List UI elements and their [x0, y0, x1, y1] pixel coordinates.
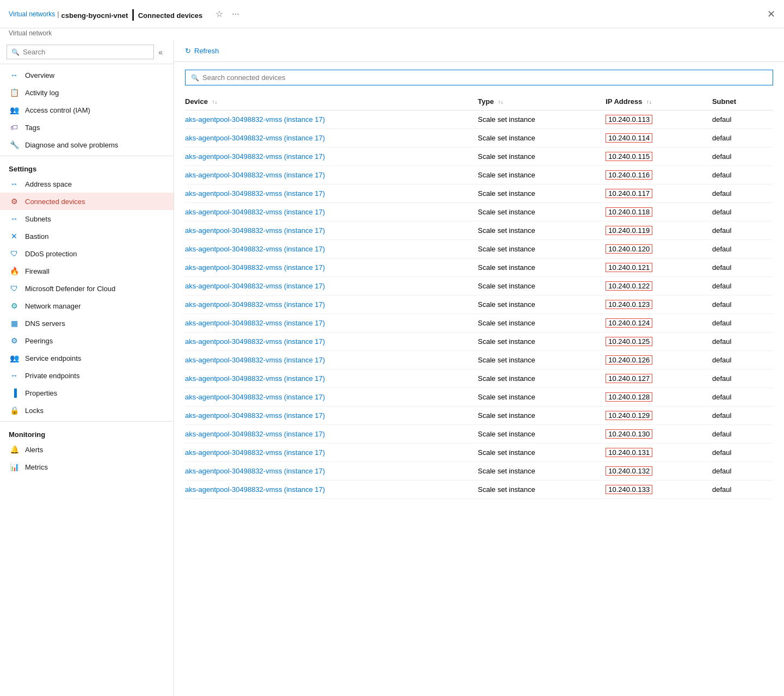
type-cell: Scale set instance [478, 481, 606, 499]
device-link[interactable]: aks-agentpool-30498832-vmss (instance 17… [185, 115, 325, 124]
device-link[interactable]: aks-agentpool-30498832-vmss (instance 17… [185, 411, 325, 420]
sidebar-item-network-manager[interactable]: ⚙ Network manager [0, 297, 174, 315]
sidebar-item-firewall[interactable]: 🔥 Firewall [0, 262, 174, 280]
sidebar-collapse-button[interactable]: « [154, 46, 167, 59]
sidebar-item-service-endpoints[interactable]: 👥 Service endpoints [0, 349, 174, 367]
device-link[interactable]: aks-agentpool-30498832-vmss (instance 17… [185, 226, 325, 235]
refresh-button[interactable]: ↻ Refresh [185, 47, 219, 55]
sidebar-item-ddos-protection[interactable]: 🛡 DDoS protection [0, 245, 174, 262]
type-sort-icon: ↑↓ [498, 99, 503, 105]
device-link[interactable]: aks-agentpool-30498832-vmss (instance 17… [185, 263, 325, 272]
type-cell: Scale set instance [478, 184, 606, 203]
table-row: aks-agentpool-30498832-vmss (instance 17… [185, 203, 773, 221]
sidebar-item-subnets[interactable]: ↔ Subnets [0, 210, 174, 227]
sidebar-item-tags[interactable]: 🏷 Tags [0, 119, 174, 136]
sidebar-item-locks[interactable]: 🔒 Locks [0, 402, 174, 419]
table-row: aks-agentpool-30498832-vmss (instance 17… [185, 258, 773, 277]
more-options-button[interactable]: ··· [230, 7, 241, 21]
device-link[interactable]: aks-agentpool-30498832-vmss (instance 17… [185, 189, 325, 198]
sidebar-search-input[interactable] [23, 48, 149, 56]
devices-table: Device ↑↓ Type ↑↓ IP Address ↑↓ Subnet [185, 93, 773, 499]
sidebar-item-label: Subnets [25, 215, 51, 223]
alerts-icon: 🔔 [9, 445, 20, 454]
tags-icon: 🏷 [9, 123, 20, 132]
type-cell: Scale set instance [478, 147, 606, 166]
sidebar-item-alerts[interactable]: 🔔 Alerts [0, 441, 174, 458]
device-link[interactable]: aks-agentpool-30498832-vmss (instance 17… [185, 171, 325, 179]
sidebar-item-label: DDoS protection [25, 250, 77, 258]
sidebar-item-dns-servers[interactable]: ▦ DNS servers [0, 315, 174, 332]
device-link[interactable]: aks-agentpool-30498832-vmss (instance 17… [185, 282, 325, 290]
sidebar-item-label: Private endpoints [25, 372, 79, 380]
ip-cell: 10.240.0.129 [606, 406, 712, 425]
subnet-cell: defaul [712, 314, 773, 332]
sidebar-item-bastion[interactable]: ✕ Bastion [0, 227, 174, 245]
sidebar-item-peerings[interactable]: ⚙ Peerings [0, 332, 174, 349]
device-link[interactable]: aks-agentpool-30498832-vmss (instance 17… [185, 393, 325, 401]
address-space-icon: ↔ [9, 180, 20, 188]
ip-address: 10.240.0.122 [606, 281, 652, 291]
column-header-device[interactable]: Device ↑↓ [185, 93, 478, 110]
sidebar-item-activity-log[interactable]: 📋 Activity log [0, 84, 174, 101]
device-cell: aks-agentpool-30498832-vmss (instance 17… [185, 332, 478, 351]
content-panel: ↻ Refresh 🔍 Device ↑↓ [174, 40, 784, 696]
breadcrumb[interactable]: Virtual networks [9, 10, 55, 18]
firewall-icon: 🔥 [9, 267, 20, 275]
sidebar-item-label: Bastion [25, 232, 48, 241]
favorite-button[interactable]: ☆ [213, 7, 225, 21]
sidebar-item-access-control[interactable]: 👥 Access control (IAM) [0, 101, 174, 119]
device-cell: aks-agentpool-30498832-vmss (instance 17… [185, 406, 478, 425]
sidebar-item-defender[interactable]: 🛡 Microsoft Defender for Cloud [0, 280, 174, 297]
type-cell: Scale set instance [478, 314, 606, 332]
subnet-cell: defaul [712, 369, 773, 388]
device-link[interactable]: aks-agentpool-30498832-vmss (instance 17… [185, 485, 325, 494]
subnet-cell: defaul [712, 406, 773, 425]
device-link[interactable]: aks-agentpool-30498832-vmss (instance 17… [185, 356, 325, 364]
sidebar-item-metrics[interactable]: 📊 Metrics [0, 458, 174, 476]
device-link[interactable]: aks-agentpool-30498832-vmss (instance 17… [185, 337, 325, 346]
table-row: aks-agentpool-30498832-vmss (instance 17… [185, 184, 773, 203]
device-link[interactable]: aks-agentpool-30498832-vmss (instance 17… [185, 430, 325, 438]
device-link[interactable]: aks-agentpool-30498832-vmss (instance 17… [185, 467, 325, 475]
device-link[interactable]: aks-agentpool-30498832-vmss (instance 17… [185, 245, 325, 253]
column-header-subnet[interactable]: Subnet [712, 93, 773, 110]
subnets-icon: ↔ [9, 214, 20, 223]
sidebar-item-connected-devices[interactable]: ⚙ Connected devices [0, 193, 174, 210]
column-header-ip[interactable]: IP Address ↑↓ [606, 93, 712, 110]
defender-icon: 🛡 [9, 284, 20, 293]
subnet-cell: defaul [712, 166, 773, 184]
device-cell: aks-agentpool-30498832-vmss (instance 17… [185, 240, 478, 258]
device-cell: aks-agentpool-30498832-vmss (instance 17… [185, 221, 478, 240]
device-cell: aks-agentpool-30498832-vmss (instance 17… [185, 369, 478, 388]
sidebar-item-address-space[interactable]: ↔ Address space [0, 175, 174, 193]
device-link[interactable]: aks-agentpool-30498832-vmss (instance 17… [185, 134, 325, 142]
sidebar-item-label: Service endpoints [25, 354, 81, 362]
device-cell: aks-agentpool-30498832-vmss (instance 17… [185, 314, 478, 332]
content-toolbar: ↻ Refresh [174, 40, 784, 62]
table-header: Device ↑↓ Type ↑↓ IP Address ↑↓ Subnet [185, 93, 773, 110]
sidebar-item-label: Address space [25, 180, 72, 188]
overview-icon: ↔ [9, 71, 20, 79]
sidebar-item-properties[interactable]: ▐ Properties [0, 384, 174, 402]
column-header-type[interactable]: Type ↑↓ [478, 93, 606, 110]
device-link[interactable]: aks-agentpool-30498832-vmss (instance 17… [185, 374, 325, 383]
device-link[interactable]: aks-agentpool-30498832-vmss (instance 17… [185, 152, 325, 161]
table-row: aks-agentpool-30498832-vmss (instance 17… [185, 388, 773, 406]
table-row: aks-agentpool-30498832-vmss (instance 17… [185, 277, 773, 295]
dns-icon: ▦ [9, 319, 20, 328]
device-link[interactable]: aks-agentpool-30498832-vmss (instance 17… [185, 448, 325, 457]
sidebar-item-private-endpoints[interactable]: ↔ Private endpoints [0, 367, 174, 384]
ip-cell: 10.240.0.123 [606, 295, 712, 314]
ip-address: 10.240.0.132 [606, 466, 652, 476]
device-cell: aks-agentpool-30498832-vmss (instance 17… [185, 166, 478, 184]
devices-search-input[interactable] [202, 73, 767, 82]
sidebar-item-overview[interactable]: ↔ Overview [0, 66, 174, 84]
device-link[interactable]: aks-agentpool-30498832-vmss (instance 17… [185, 319, 325, 327]
sidebar-item-label: Properties [25, 389, 57, 397]
device-link[interactable]: aks-agentpool-30498832-vmss (instance 17… [185, 208, 325, 216]
close-button[interactable]: ✕ [767, 8, 775, 20]
subnet-cell: defaul [712, 129, 773, 147]
ip-cell: 10.240.0.120 [606, 240, 712, 258]
sidebar-item-diagnose[interactable]: 🔧 Diagnose and solve problems [0, 136, 174, 153]
device-link[interactable]: aks-agentpool-30498832-vmss (instance 17… [185, 300, 325, 309]
